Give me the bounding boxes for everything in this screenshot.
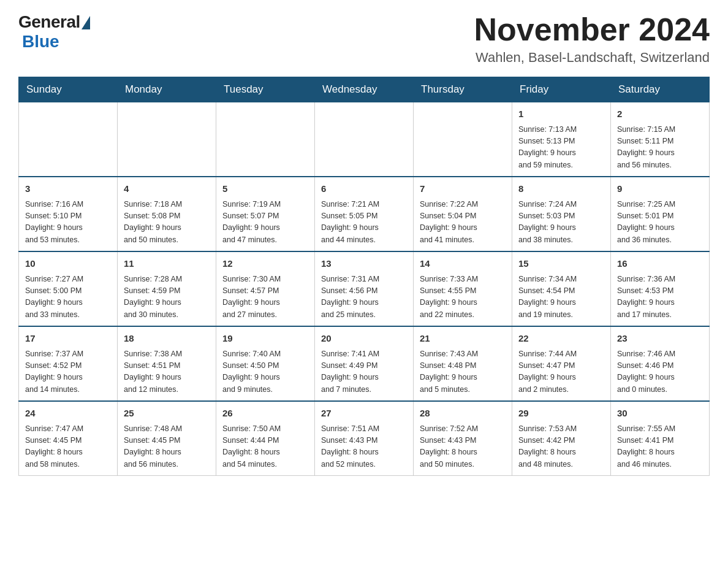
day-number: 6 bbox=[321, 182, 407, 196]
day-number: 10 bbox=[25, 257, 111, 271]
day-number: 9 bbox=[617, 182, 703, 196]
day-number: 29 bbox=[518, 407, 604, 421]
calendar-cell bbox=[19, 102, 118, 177]
calendar-cell: 10Sunrise: 7:27 AM Sunset: 5:00 PM Dayli… bbox=[19, 251, 118, 326]
day-info: Sunrise: 7:33 AM Sunset: 4:55 PM Dayligh… bbox=[420, 274, 506, 321]
calendar-cell: 15Sunrise: 7:34 AM Sunset: 4:54 PM Dayli… bbox=[512, 251, 611, 326]
day-number: 17 bbox=[25, 332, 111, 346]
calendar-cell: 8Sunrise: 7:24 AM Sunset: 5:03 PM Daylig… bbox=[512, 177, 611, 251]
logo-general-text: General bbox=[18, 12, 80, 32]
day-number: 23 bbox=[617, 332, 703, 346]
logo-triangle-icon bbox=[82, 16, 90, 29]
calendar-cell bbox=[414, 102, 512, 177]
day-info: Sunrise: 7:24 AM Sunset: 5:03 PM Dayligh… bbox=[518, 199, 604, 247]
day-info: Sunrise: 7:46 AM Sunset: 4:46 PM Dayligh… bbox=[617, 348, 703, 396]
calendar-cell: 29Sunrise: 7:53 AM Sunset: 4:42 PM Dayli… bbox=[512, 401, 611, 476]
calendar-cell: 16Sunrise: 7:36 AM Sunset: 4:53 PM Dayli… bbox=[611, 251, 710, 326]
calendar-cell: 7Sunrise: 7:22 AM Sunset: 5:04 PM Daylig… bbox=[414, 177, 512, 251]
day-info: Sunrise: 7:18 AM Sunset: 5:08 PM Dayligh… bbox=[124, 199, 210, 247]
day-info: Sunrise: 7:21 AM Sunset: 5:05 PM Dayligh… bbox=[321, 199, 407, 247]
calendar-table: SundayMondayTuesdayWednesdayThursdayFrid… bbox=[18, 77, 710, 476]
calendar-cell bbox=[118, 102, 216, 177]
calendar-cell: 25Sunrise: 7:48 AM Sunset: 4:45 PM Dayli… bbox=[118, 401, 216, 476]
day-info: Sunrise: 7:41 AM Sunset: 4:49 PM Dayligh… bbox=[321, 348, 407, 396]
day-number: 30 bbox=[617, 407, 703, 421]
day-number: 20 bbox=[321, 332, 407, 346]
calendar-cell: 11Sunrise: 7:28 AM Sunset: 4:59 PM Dayli… bbox=[118, 251, 216, 326]
day-number: 27 bbox=[321, 407, 407, 421]
day-info: Sunrise: 7:19 AM Sunset: 5:07 PM Dayligh… bbox=[222, 199, 308, 247]
day-number: 5 bbox=[222, 182, 308, 196]
day-number: 19 bbox=[222, 332, 308, 346]
weekday-header-wednesday: Wednesday bbox=[315, 77, 414, 102]
calendar-cell: 28Sunrise: 7:52 AM Sunset: 4:43 PM Dayli… bbox=[414, 401, 512, 476]
calendar-cell: 13Sunrise: 7:31 AM Sunset: 4:56 PM Dayli… bbox=[315, 251, 414, 326]
day-info: Sunrise: 7:27 AM Sunset: 5:00 PM Dayligh… bbox=[25, 274, 111, 321]
day-info: Sunrise: 7:37 AM Sunset: 4:52 PM Dayligh… bbox=[25, 348, 111, 396]
day-number: 12 bbox=[222, 257, 308, 271]
calendar-cell: 5Sunrise: 7:19 AM Sunset: 5:07 PM Daylig… bbox=[216, 177, 315, 251]
day-info: Sunrise: 7:55 AM Sunset: 4:41 PM Dayligh… bbox=[617, 423, 703, 471]
day-info: Sunrise: 7:30 AM Sunset: 4:57 PM Dayligh… bbox=[222, 274, 308, 321]
calendar-week-2: 3Sunrise: 7:16 AM Sunset: 5:10 PM Daylig… bbox=[19, 177, 710, 251]
calendar-week-1: 1Sunrise: 7:13 AM Sunset: 5:13 PM Daylig… bbox=[19, 102, 710, 177]
weekday-header-tuesday: Tuesday bbox=[216, 77, 315, 102]
day-info: Sunrise: 7:13 AM Sunset: 5:13 PM Dayligh… bbox=[518, 124, 604, 172]
day-info: Sunrise: 7:40 AM Sunset: 4:50 PM Dayligh… bbox=[222, 348, 308, 396]
day-number: 13 bbox=[321, 257, 407, 271]
day-number: 7 bbox=[420, 182, 506, 196]
calendar-cell: 26Sunrise: 7:50 AM Sunset: 4:44 PM Dayli… bbox=[216, 401, 315, 476]
day-number: 14 bbox=[420, 257, 506, 271]
location-text: Wahlen, Basel-Landschaft, Switzerland bbox=[474, 50, 710, 66]
day-number: 1 bbox=[518, 107, 604, 121]
day-number: 2 bbox=[617, 107, 703, 121]
calendar-cell: 22Sunrise: 7:44 AM Sunset: 4:47 PM Dayli… bbox=[512, 326, 611, 401]
calendar-cell bbox=[315, 102, 414, 177]
weekday-header-saturday: Saturday bbox=[611, 77, 710, 102]
calendar-cell: 27Sunrise: 7:51 AM Sunset: 4:43 PM Dayli… bbox=[315, 401, 414, 476]
calendar-cell bbox=[216, 102, 315, 177]
day-number: 28 bbox=[420, 407, 506, 421]
day-info: Sunrise: 7:53 AM Sunset: 4:42 PM Dayligh… bbox=[518, 423, 604, 471]
day-info: Sunrise: 7:52 AM Sunset: 4:43 PM Dayligh… bbox=[420, 423, 506, 471]
day-info: Sunrise: 7:22 AM Sunset: 5:04 PM Dayligh… bbox=[420, 199, 506, 247]
calendar-cell: 2Sunrise: 7:15 AM Sunset: 5:11 PM Daylig… bbox=[611, 102, 710, 177]
weekday-header-monday: Monday bbox=[118, 77, 216, 102]
day-number: 26 bbox=[222, 407, 308, 421]
day-number: 22 bbox=[518, 332, 604, 346]
calendar-cell: 24Sunrise: 7:47 AM Sunset: 4:45 PM Dayli… bbox=[19, 401, 118, 476]
calendar-cell: 19Sunrise: 7:40 AM Sunset: 4:50 PM Dayli… bbox=[216, 326, 315, 401]
day-info: Sunrise: 7:44 AM Sunset: 4:47 PM Dayligh… bbox=[518, 348, 604, 396]
day-info: Sunrise: 7:50 AM Sunset: 4:44 PM Dayligh… bbox=[222, 423, 308, 471]
weekday-header-friday: Friday bbox=[512, 77, 611, 102]
day-info: Sunrise: 7:38 AM Sunset: 4:51 PM Dayligh… bbox=[124, 348, 210, 396]
day-number: 8 bbox=[518, 182, 604, 196]
day-number: 11 bbox=[124, 257, 210, 271]
calendar-week-3: 10Sunrise: 7:27 AM Sunset: 5:00 PM Dayli… bbox=[19, 251, 710, 326]
day-number: 25 bbox=[124, 407, 210, 421]
day-number: 16 bbox=[617, 257, 703, 271]
title-section: November 2024 Wahlen, Basel-Landschaft, … bbox=[474, 12, 710, 66]
day-info: Sunrise: 7:28 AM Sunset: 4:59 PM Dayligh… bbox=[124, 274, 210, 321]
calendar-cell: 4Sunrise: 7:18 AM Sunset: 5:08 PM Daylig… bbox=[118, 177, 216, 251]
day-number: 21 bbox=[420, 332, 506, 346]
calendar-cell: 1Sunrise: 7:13 AM Sunset: 5:13 PM Daylig… bbox=[512, 102, 611, 177]
day-info: Sunrise: 7:51 AM Sunset: 4:43 PM Dayligh… bbox=[321, 423, 407, 471]
logo-blue-text: Blue bbox=[22, 32, 59, 51]
calendar-cell: 12Sunrise: 7:30 AM Sunset: 4:57 PM Dayli… bbox=[216, 251, 315, 326]
day-info: Sunrise: 7:34 AM Sunset: 4:54 PM Dayligh… bbox=[518, 274, 604, 321]
day-info: Sunrise: 7:47 AM Sunset: 4:45 PM Dayligh… bbox=[25, 423, 111, 471]
day-info: Sunrise: 7:25 AM Sunset: 5:01 PM Dayligh… bbox=[617, 199, 703, 247]
day-number: 18 bbox=[124, 332, 210, 346]
logo: General Blue bbox=[18, 12, 90, 52]
calendar-cell: 14Sunrise: 7:33 AM Sunset: 4:55 PM Dayli… bbox=[414, 251, 512, 326]
calendar-cell: 30Sunrise: 7:55 AM Sunset: 4:41 PM Dayli… bbox=[611, 401, 710, 476]
day-number: 4 bbox=[124, 182, 210, 196]
day-info: Sunrise: 7:36 AM Sunset: 4:53 PM Dayligh… bbox=[617, 274, 703, 321]
day-info: Sunrise: 7:31 AM Sunset: 4:56 PM Dayligh… bbox=[321, 274, 407, 321]
weekday-header-row: SundayMondayTuesdayWednesdayThursdayFrid… bbox=[19, 77, 710, 102]
calendar-cell: 21Sunrise: 7:43 AM Sunset: 4:48 PM Dayli… bbox=[414, 326, 512, 401]
calendar-cell: 6Sunrise: 7:21 AM Sunset: 5:05 PM Daylig… bbox=[315, 177, 414, 251]
month-title: November 2024 bbox=[474, 12, 710, 47]
day-info: Sunrise: 7:16 AM Sunset: 5:10 PM Dayligh… bbox=[25, 199, 111, 247]
